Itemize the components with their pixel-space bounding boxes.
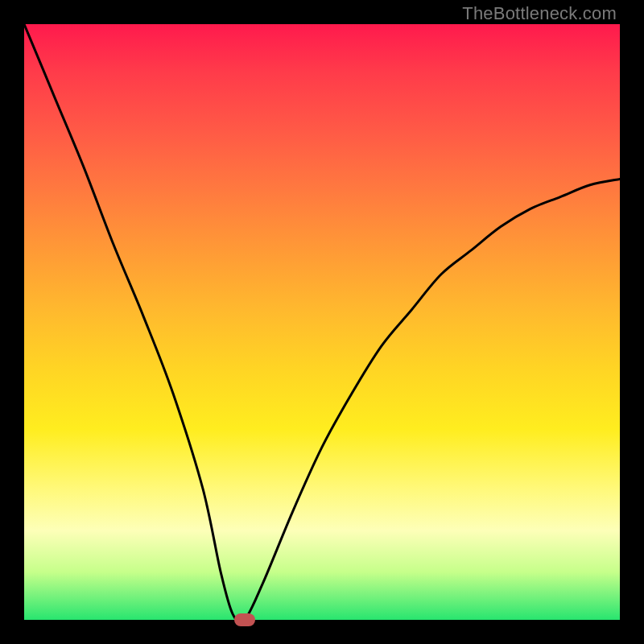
- watermark-text: TheBottleneck.com: [462, 3, 617, 24]
- chart-frame: TheBottleneck.com: [0, 0, 644, 644]
- plot-area: [24, 24, 620, 620]
- optimum-marker: [234, 613, 255, 626]
- bottleneck-curve-path: [24, 24, 620, 620]
- curve-svg: [24, 24, 620, 620]
